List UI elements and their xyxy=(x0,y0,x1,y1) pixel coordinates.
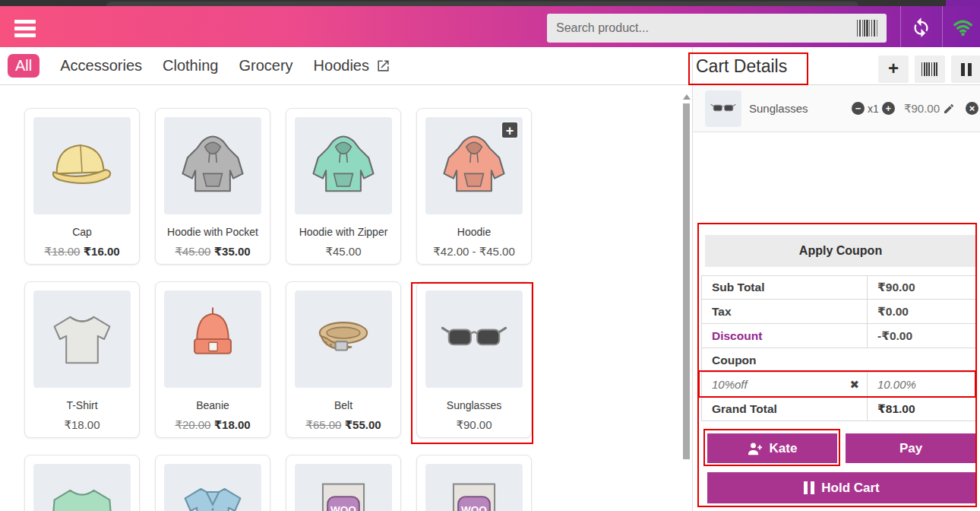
product-card-sunglasses[interactable]: Sunglasses ₹90.00 xyxy=(416,281,532,438)
product-grid: Cap ₹18.00 ₹16.00 Hoodie with Pocket ₹45… xyxy=(0,85,681,511)
product-card-hoodie-with-pocket[interactable]: Hoodie with Pocket ₹45.00 ₹35.00 xyxy=(155,108,270,265)
tax-row: Tax ₹0.00 xyxy=(701,300,976,324)
scan-barcode-button[interactable] xyxy=(915,56,945,83)
product-price: ₹18.00 ₹16.00 xyxy=(33,245,131,259)
tax-label: Tax xyxy=(702,300,868,323)
hold-cart-button[interactable]: Hold Cart xyxy=(707,472,976,503)
barcode-icon[interactable] xyxy=(857,20,877,36)
header-divider xyxy=(942,6,943,47)
product-image-beanie xyxy=(164,290,261,388)
cart-item-row: Sunglasses − x1 + ₹90.00 × xyxy=(693,85,980,132)
subtotal-value: ₹90.00 xyxy=(868,276,975,299)
customer-button-label: Kate xyxy=(770,441,798,456)
product-card-partial[interactable] xyxy=(24,455,140,511)
product-card-partial[interactable] xyxy=(286,455,401,511)
window-corner xyxy=(946,0,980,6)
product-name: Hoodie xyxy=(425,226,523,238)
apply-coupon-button[interactable]: Apply Coupon xyxy=(705,235,976,267)
pay-button[interactable]: Pay xyxy=(846,433,976,463)
product-search-box[interactable] xyxy=(547,14,887,43)
external-link-icon xyxy=(376,59,390,73)
product-name: Hoodie with Zipper xyxy=(295,226,392,238)
product-image-polo xyxy=(164,464,261,511)
grand-total-row: Grand Total ₹81.00 xyxy=(701,397,976,421)
product-name: Beanie xyxy=(164,399,261,411)
category-tab-grocery[interactable]: Grocery xyxy=(239,57,292,75)
category-tab-hoodies[interactable]: Hoodies xyxy=(314,57,390,75)
category-tab-clothing[interactable]: Clothing xyxy=(163,57,218,75)
window-top-strip xyxy=(0,0,980,6)
pay-button-label: Pay xyxy=(899,441,922,456)
product-card-hoodie[interactable]: + Hoodie ₹42.00 - ₹45.00 xyxy=(416,108,532,265)
remove-item-button[interactable]: × xyxy=(966,102,978,115)
category-tab-all[interactable]: All xyxy=(8,54,40,78)
subtotal-row: Sub Total ₹90.00 xyxy=(701,275,976,300)
category-tab-accessories[interactable]: Accessories xyxy=(60,57,142,75)
product-price: ₹45.00 ₹35.00 xyxy=(164,245,261,259)
scrollbar-up-arrow[interactable] xyxy=(683,94,691,100)
cart-title: Cart Details xyxy=(696,56,787,77)
product-card-belt[interactable]: Belt ₹65.00 ₹55.00 xyxy=(286,281,401,438)
pause-icon xyxy=(804,481,814,494)
person-add-icon xyxy=(748,442,763,455)
product-price: ₹90.00 xyxy=(425,418,523,432)
category-tab-label: Hoodies xyxy=(314,57,369,75)
category-bar: All Accessories Clothing Grocery Hoodies xyxy=(0,47,693,84)
coupon-code-input[interactable]: 10%off xyxy=(712,378,748,391)
product-card-cap[interactable]: Cap ₹18.00 ₹16.00 xyxy=(24,108,140,265)
app-header xyxy=(0,6,980,47)
product-price: ₹20.00 ₹18.00 xyxy=(164,418,261,432)
plus-icon: + xyxy=(888,59,899,78)
product-image-woo-logo xyxy=(425,464,523,511)
coupon-label: Coupon xyxy=(702,348,975,372)
quantity-plus-button[interactable]: + xyxy=(882,102,895,115)
remove-coupon-icon[interactable]: ✖ xyxy=(849,378,859,392)
coupon-amount-input[interactable]: 10.00% xyxy=(868,373,975,396)
product-price: ₹45.00 xyxy=(295,245,392,259)
variations-plus-badge[interactable]: + xyxy=(501,121,519,139)
edit-price-icon[interactable] xyxy=(943,103,955,115)
product-grid-scrollbar[interactable] xyxy=(681,85,691,511)
product-image-cap xyxy=(33,117,131,214)
search-input[interactable] xyxy=(556,21,857,35)
discount-value: -₹0.00 xyxy=(868,324,975,348)
add-custom-item-button[interactable]: + xyxy=(878,56,909,83)
menu-button[interactable] xyxy=(14,20,36,38)
pos-app: WOO xyxy=(0,0,980,511)
quantity-value: x1 xyxy=(866,103,880,115)
product-image-hoodie-teal xyxy=(295,117,392,214)
subtotal-label: Sub Total xyxy=(702,276,868,299)
product-name: Sunglasses xyxy=(425,399,523,411)
hamburger-icon xyxy=(14,20,36,24)
product-image-tshirt xyxy=(33,290,131,388)
wifi-icon xyxy=(953,17,973,37)
product-image-woo-logo xyxy=(295,464,392,511)
product-image-belt xyxy=(295,290,392,388)
product-card-tshirt[interactable]: T-Shirt ₹18.00 xyxy=(24,281,140,438)
coupon-code-cell: 10%off ✖ xyxy=(702,373,868,396)
hold-list-button[interactable] xyxy=(951,56,980,83)
cart-item-thumbnail-sunglasses xyxy=(705,90,741,127)
cart-totals-table: Sub Total ₹90.00 Tax ₹0.00 Discount -₹0.… xyxy=(701,275,976,421)
product-card-hoodie-with-zipper[interactable]: Hoodie with Zipper ₹45.00 xyxy=(286,108,401,265)
quantity-minus-button[interactable]: − xyxy=(852,102,865,115)
product-image-hoodie-gray xyxy=(164,117,261,214)
scrollbar-thumb[interactable] xyxy=(683,103,690,459)
product-price: ₹42.00 - ₹45.00 xyxy=(425,245,523,259)
product-card-partial[interactable] xyxy=(416,455,532,511)
customer-button[interactable]: Kate xyxy=(707,433,837,463)
product-card-beanie[interactable]: Beanie ₹20.00 ₹18.00 xyxy=(155,281,270,438)
product-price: ₹18.00 xyxy=(33,418,131,432)
grand-total-value: ₹81.00 xyxy=(868,397,975,421)
cart-item-name: Sunglasses xyxy=(749,102,852,115)
sync-button[interactable] xyxy=(911,17,931,37)
product-card-partial[interactable] xyxy=(155,455,270,511)
barcode-icon xyxy=(922,62,938,76)
discount-label[interactable]: Discount xyxy=(702,324,868,348)
product-price: ₹65.00 ₹55.00 xyxy=(295,418,392,432)
product-name: Hoodie with Pocket xyxy=(164,226,261,238)
header-divider xyxy=(900,6,901,47)
online-status-button[interactable] xyxy=(953,17,973,37)
discount-row: Discount -₹0.00 xyxy=(701,324,976,348)
product-image-long-sleeve-tee xyxy=(33,464,131,511)
